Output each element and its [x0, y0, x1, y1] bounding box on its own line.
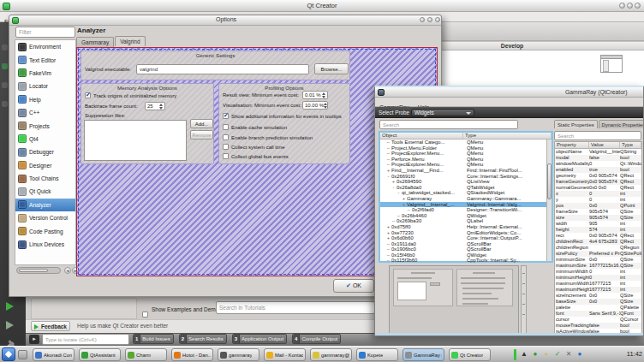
- result-view-spinbox[interactable]: 0.01 %: [302, 91, 328, 99]
- object-tree-row[interactable]: +GammarayGammaray::Gammara...: [380, 196, 552, 202]
- object-tree-row[interactable]: –ProjectExplorer.Menu...QMenu: [380, 162, 552, 168]
- ok-button[interactable]: ✔OK: [333, 279, 374, 293]
- options-category-projects[interactable]: Projects: [15, 119, 75, 132]
- property-row[interactable]: pos0x0QPoint: [555, 203, 641, 209]
- property-row[interactable]: paletteQPalette: [555, 305, 641, 311]
- checkbox-show-additional-information-for-events-in-tooltips[interactable]: [223, 113, 229, 119]
- options-category-locator[interactable]: Locator: [15, 80, 75, 92]
- object-tree-row[interactable]: –0x2f6fad0Designer::TransitionWi...: [380, 207, 552, 213]
- options-category-c[interactable]: C++: [15, 106, 75, 119]
- locator-input[interactable]: [42, 334, 129, 345]
- preview-scrollbar[interactable]: [521, 265, 527, 334]
- qtcreator-titlebar[interactable]: Qt Creator: [0, 0, 644, 12]
- checkbox-collect-global-bus-events[interactable]: [223, 153, 229, 159]
- property-row[interactable]: size905x574QSize: [555, 215, 641, 221]
- tray-quassel-icon[interactable]: ✕: [564, 350, 573, 359]
- taskbar-button-gammaray-q[interactable]: GammaRay (Q..: [402, 348, 444, 361]
- object-tree-row[interactable]: +0x6d0b60Core::Internal::OutputP...: [380, 235, 552, 241]
- object-tree-row[interactable]: +Valgrind__Internal_...Valgrind::Interna…: [380, 202, 552, 208]
- options-category-linux-devices[interactable]: Linux Devices: [15, 238, 75, 251]
- tree-expander[interactable]: +: [385, 168, 391, 174]
- object-tree-row[interactable]: –ProjectExplorer.Menu...QMenu: [380, 151, 552, 157]
- taskbar-button-gammaray[interactable]: gammaray: [218, 348, 259, 361]
- browse-button[interactable]: Browse...: [314, 63, 349, 74]
- property-row[interactable]: frameSize905x574QSize: [555, 209, 641, 215]
- object-tree-row[interactable]: +0xe77230QmlEditorWidgets::Co...: [380, 230, 552, 236]
- object-tree-row[interactable]: –0x269ba30QLabel: [380, 218, 552, 224]
- scroll-left-button[interactable]: ◂: [64, 267, 71, 274]
- edit-mode-icon[interactable]: [2, 63, 8, 69]
- kde-menu-button[interactable]: [2, 347, 15, 361]
- object-tree-header[interactable]: Object Type: [380, 133, 552, 139]
- property-row[interactable]: enabledtruebool: [555, 167, 641, 173]
- property-row[interactable]: minimumSize0x0QSize: [555, 257, 641, 263]
- sidebar-toggle-button[interactable]: ▸: [29, 335, 39, 344]
- options-category-code-pasting[interactable]: Code Pasting: [15, 224, 75, 237]
- object-tree-row[interactable]: –Project.Menu.FolderQMenu: [380, 145, 552, 151]
- tray-status-icon[interactable]: ●: [531, 350, 540, 359]
- object-tree-row[interactable]: -0x26a8da0QTabWidget: [380, 185, 552, 191]
- backtrace-spinbox[interactable]: 25: [145, 102, 165, 110]
- options-category-tool-chains[interactable]: Tool Chains: [15, 172, 75, 185]
- tab-dynamic-properties[interactable]: Dynamic Properties: [599, 120, 644, 128]
- property-search-input[interactable]: [554, 131, 641, 140]
- object-tree-row[interactable]: -0x26691f0Core::Internal::Settings...: [380, 174, 552, 180]
- tab-gammaray[interactable]: Gammaray: [76, 37, 114, 47]
- tray-klipper-icon[interactable]: ▪: [542, 350, 551, 359]
- tree-expander[interactable]: +: [385, 224, 391, 230]
- taskbar-button-charm[interactable]: Charm: [125, 348, 167, 361]
- options-category-debugger[interactable]: Debugger: [15, 145, 75, 158]
- options-category-text-editor[interactable]: Text Editor: [15, 53, 75, 66]
- options-category-fakevim[interactable]: FakeVim: [15, 67, 75, 80]
- property-row[interactable]: maximumHeight16777215int: [555, 287, 641, 293]
- property-row[interactable]: baseSize0x0QSize: [555, 299, 641, 305]
- object-tree-row[interactable]: –Perforce.MenuQMenu: [380, 157, 552, 163]
- object-tree-row[interactable]: –0x1906bc0QScrollBar: [380, 246, 552, 252]
- taskbar-button-gammaray[interactable]: gammaray@..: [310, 348, 352, 361]
- property-row[interactable]: rect0x0 905x574QRect: [555, 233, 641, 239]
- tree-expander[interactable]: -: [385, 174, 391, 180]
- debug-mode-icon[interactable]: [2, 82, 8, 88]
- valgrind-executable-input[interactable]: [136, 64, 309, 74]
- gammaray-titlebar[interactable]: GammaRay (QtCreator): [375, 87, 643, 98]
- tray-arrow-icon[interactable]: ▲: [520, 350, 528, 359]
- welcome-mode-icon[interactable]: [2, 45, 8, 50]
- taskbar-button-kopete[interactable]: Kopete: [356, 348, 398, 361]
- property-row[interactable]: childrenRect4x4 675x283QRect: [555, 239, 641, 245]
- property-row[interactable]: geometry0x0 905x574QRect: [555, 173, 641, 179]
- object-tree-row[interactable]: –Tools External Catego...QMenu: [380, 139, 552, 145]
- tab-valgrind[interactable]: Valgrind: [115, 36, 145, 46]
- tab-static-properties[interactable]: Static Properties: [554, 120, 598, 128]
- options-category-help[interactable]: Help: [15, 93, 75, 106]
- property-row[interactable]: sizePolicyPreferred x Pre...QSizePolicy: [555, 251, 641, 257]
- tutorials-search-input[interactable]: [216, 301, 375, 314]
- debug-run-button[interactable]: [6, 321, 14, 329]
- property-row[interactable]: maximumWidth16777215int: [555, 281, 641, 287]
- property-row[interactable]: x0int: [555, 191, 641, 197]
- visualisation-spinbox[interactable]: 10.00 %: [302, 101, 328, 110]
- tree-expander[interactable]: +: [391, 179, 397, 185]
- property-row[interactable]: maximumSize16777215x16...QSize: [555, 263, 641, 269]
- object-tree-row[interactable]: +0x2694590QListView: [380, 179, 552, 185]
- property-row[interactable]: sizeIncrement0x0QSize: [555, 293, 641, 299]
- tray-network-icon[interactable]: ●: [575, 350, 584, 359]
- options-category-designer[interactable]: Designer: [15, 159, 75, 172]
- suppression-files-list[interactable]: [84, 120, 187, 161]
- property-row[interactable]: windowModality0Qt::WindowMo...: [555, 161, 641, 167]
- checkbox-collect-system-call-time[interactable]: [223, 144, 229, 150]
- maximize-button[interactable]: [627, 3, 633, 9]
- property-row[interactable]: height574int: [555, 227, 641, 233]
- checkbox-enable-cache-simulation[interactable]: [223, 124, 229, 130]
- property-row[interactable]: mouseTrackingfalsebool: [555, 323, 641, 329]
- remove-button[interactable]: Remove: [190, 130, 213, 139]
- show-desktop-icon[interactable]: [18, 350, 27, 359]
- taskbar-button-qt-creator[interactable]: Qt Creator: [449, 348, 491, 361]
- output-pane-build-issues[interactable]: 1Build Issues: [133, 334, 174, 344]
- tree-expander[interactable]: +: [385, 230, 391, 236]
- dialog-minimize-button[interactable]: [420, 17, 425, 22]
- dialog-close-button[interactable]: [435, 17, 440, 22]
- property-row[interactable]: modalfalsebool: [555, 155, 641, 161]
- property-row[interactable]: minimumWidth0int: [555, 269, 641, 275]
- tray-update-icon[interactable]: ✓: [553, 350, 562, 359]
- property-row[interactable]: minimumHeight0int: [555, 275, 641, 281]
